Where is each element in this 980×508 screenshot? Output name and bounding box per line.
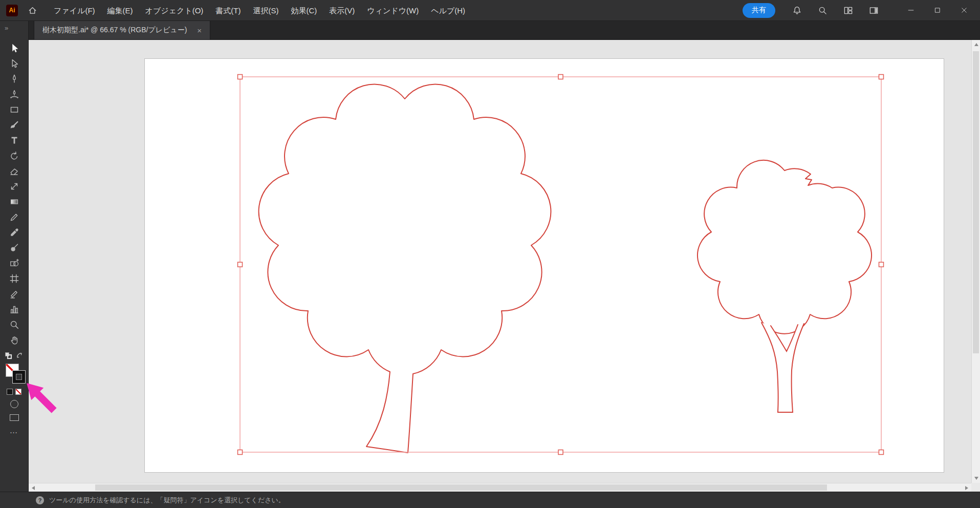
horizontal-scroll-thumb[interactable]	[95, 484, 827, 491]
tool-direct-selection[interactable]	[0, 56, 28, 71]
menu-item-select[interactable]: 選択(S)	[247, 0, 285, 21]
pencil-tool-icon	[9, 212, 19, 222]
scrollbar-corner	[971, 483, 980, 492]
menu-item-object[interactable]: オブジェクト(O)	[139, 0, 210, 21]
artwork-layer	[29, 40, 980, 492]
tool-shape-builder[interactable]	[0, 256, 28, 271]
document-tab[interactable]: 樹木初期型.ai* @ 66.67 % (RGB/プレビュー) ×	[34, 21, 210, 39]
tool-eraser[interactable]	[0, 163, 28, 179]
tool-eyedropper[interactable]	[0, 225, 28, 240]
scroll-left-icon[interactable]	[32, 486, 35, 490]
tool-pencil[interactable]	[0, 209, 28, 225]
share-button[interactable]: 共有	[743, 3, 775, 18]
panel-layout-icon[interactable]	[867, 4, 880, 16]
workspace-grid-icon[interactable]	[842, 4, 854, 16]
tool-rotate[interactable]	[0, 148, 28, 163]
menu-item-effect[interactable]: 効果(C)	[285, 0, 323, 21]
illustrator-logo-icon: Ai	[6, 5, 18, 16]
default-fill-stroke-icon[interactable]	[5, 352, 12, 359]
search-icon[interactable]	[816, 4, 829, 16]
tool-scale[interactable]	[0, 179, 28, 194]
tool-blob-brush[interactable]	[0, 240, 28, 256]
selection-handle-n[interactable]	[558, 75, 563, 79]
tools-panel: » …	[0, 21, 29, 492]
paintbrush-tool-icon	[9, 120, 19, 130]
tool-artboard[interactable]	[0, 271, 28, 286]
type-tool-icon	[9, 135, 19, 145]
scroll-right-icon[interactable]	[965, 486, 968, 490]
gradient-tool-icon	[9, 197, 19, 207]
edit-toolbar-more-button[interactable]: …	[0, 428, 28, 433]
eraser-tool-icon	[9, 166, 19, 176]
selection-handle-e[interactable]	[879, 262, 884, 267]
selection-handle-nw[interactable]	[238, 75, 243, 79]
rectangle-tool-icon	[9, 104, 19, 115]
selection-handle-sw[interactable]	[238, 450, 243, 455]
canvas-area[interactable]	[29, 40, 980, 492]
home-icon[interactable]	[26, 4, 38, 16]
status-bar: ? ツールの使用方法を確認するには、「疑問符」アイコンを選択してください。	[0, 492, 980, 508]
stroke-swatch[interactable]	[12, 370, 26, 384]
artboard-tool-icon	[9, 273, 19, 284]
selection-handle-ne[interactable]	[879, 75, 884, 79]
none-button[interactable]	[15, 389, 21, 395]
menu-item-window[interactable]: ウィンドウ(W)	[361, 0, 425, 21]
scroll-up-icon[interactable]	[974, 43, 978, 46]
selection-tool-icon	[9, 43, 19, 53]
maximize-icon[interactable]	[931, 4, 944, 17]
minimize-icon[interactable]	[904, 4, 918, 17]
tool-rectangle[interactable]	[0, 102, 28, 117]
large-tree-shape[interactable]	[259, 84, 551, 453]
menu-item-help[interactable]: ヘルプ(H)	[425, 0, 471, 21]
selection-handle-se[interactable]	[879, 450, 884, 455]
shape-builder-tool-icon	[9, 258, 19, 268]
eyedropper-tool-icon	[9, 227, 19, 238]
tool-slice[interactable]	[0, 286, 28, 302]
menu-item-view[interactable]: 表示(V)	[323, 0, 361, 21]
menu-item-file[interactable]: ファイル(F)	[48, 0, 101, 21]
tool-hand[interactable]	[0, 332, 28, 348]
vertical-scrollbar[interactable]	[971, 40, 980, 483]
curvature-tool-icon	[9, 89, 19, 99]
tool-type[interactable]	[0, 133, 28, 148]
tool-column-graph[interactable]	[0, 302, 28, 317]
main-menu: ファイル(F) 編集(E) オブジェクト(O) 書式(T) 選択(S) 効果(C…	[48, 0, 471, 20]
selection-handle-w[interactable]	[238, 262, 243, 267]
toolbar-expand-button[interactable]: »	[0, 21, 28, 34]
notifications-bell-icon[interactable]	[791, 4, 803, 16]
drawing-mode-button[interactable]	[10, 400, 18, 408]
color-button[interactable]	[7, 389, 13, 395]
direct-selection-tool-icon	[9, 58, 19, 69]
menu-item-type[interactable]: 書式(T)	[209, 0, 247, 21]
blob-brush-tool-icon	[9, 243, 19, 253]
tool-curvature[interactable]	[0, 87, 28, 102]
scroll-down-icon[interactable]	[974, 477, 978, 480]
tool-zoom[interactable]	[0, 317, 28, 332]
swap-fill-stroke-icon[interactable]	[16, 352, 24, 359]
document-tab-title: 樹木初期型.ai* @ 66.67 % (RGB/プレビュー)	[42, 26, 187, 35]
tool-selection[interactable]	[0, 40, 28, 56]
menu-item-edit[interactable]: 編集(E)	[101, 0, 139, 21]
menu-bar: Ai ファイル(F) 編集(E) オブジェクト(O) 書式(T) 選択(S) 効…	[0, 0, 980, 21]
pen-tool-icon	[9, 74, 19, 84]
slice-tool-icon	[9, 289, 19, 299]
tab-close-icon[interactable]: ×	[197, 27, 202, 34]
screen-mode-button[interactable]	[10, 414, 19, 421]
help-icon[interactable]: ?	[36, 496, 44, 504]
tool-pen[interactable]	[0, 71, 28, 87]
fill-stroke-indicator	[6, 364, 26, 384]
document-tab-bar: 樹木初期型.ai* @ 66.67 % (RGB/プレビュー) ×	[29, 21, 980, 40]
tool-paintbrush[interactable]	[0, 117, 28, 133]
horizontal-scrollbar[interactable]	[29, 483, 971, 492]
tool-gradient[interactable]	[0, 194, 28, 209]
small-tree-canopy-shape[interactable]	[698, 160, 872, 334]
close-icon[interactable]	[957, 4, 971, 17]
selection-handle-s[interactable]	[558, 450, 563, 455]
vertical-scroll-thumb[interactable]	[973, 51, 979, 353]
scale-tool-icon	[9, 181, 19, 192]
status-help-text: ツールの使用方法を確認するには、「疑問符」アイコンを選択してください。	[49, 496, 285, 505]
tool-list	[0, 40, 28, 348]
column-graph-tool-icon	[9, 304, 19, 314]
zoom-tool-icon	[9, 320, 19, 330]
rotate-tool-icon	[9, 151, 19, 161]
